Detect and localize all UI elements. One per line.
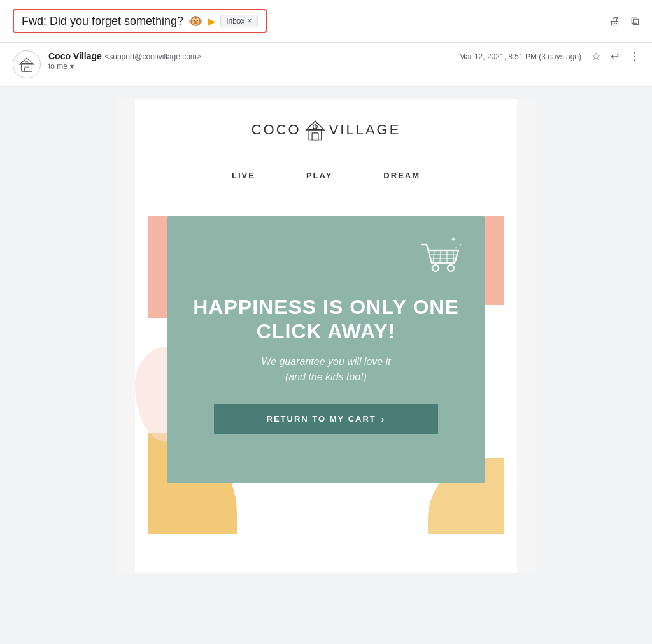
- cart-wrapper: ✦ ✦ ✦: [415, 235, 466, 282]
- subject-area: Fwd: Did you forget something? 🐵 ▶ Inbox…: [13, 9, 267, 33]
- subject-text: Fwd: Did you forget something?: [22, 15, 183, 28]
- shopping-cart-icon: ✦ ✦ ✦: [415, 235, 466, 280]
- hero-section: ✦ ✦ ✦: [135, 190, 517, 547]
- sender-name: Coco Village: [48, 51, 102, 61]
- logo-area: COCO VILLAGE: [135, 99, 517, 164]
- cta-chevron-icon: ›: [381, 414, 386, 424]
- svg-line-12: [433, 250, 434, 263]
- cta-label: RETURN TO MY CART: [267, 414, 376, 424]
- svg-line-13: [440, 250, 441, 263]
- nav-area: LIVE PLAY DREAM: [135, 164, 517, 190]
- email-meta: Coco Village <support@cocovillage.com> t…: [0, 43, 652, 87]
- email-content: COCO VILLAGE LIVE PLAY DREAM: [116, 99, 536, 573]
- svg-text:✦: ✦: [455, 246, 457, 250]
- cart-icon-area: ✦ ✦ ✦: [415, 235, 466, 282]
- sender-display: Coco Village <support@cocovillage.com>: [48, 50, 201, 62]
- star-icon[interactable]: ☆: [592, 50, 600, 62]
- nav-item-play[interactable]: PLAY: [306, 171, 332, 180]
- subject-box: Fwd: Did you forget something? 🐵 ▶ Inbox…: [13, 9, 267, 33]
- email-footer: [135, 547, 517, 573]
- sender-avatar: [13, 50, 41, 78]
- hero-background: ✦ ✦ ✦: [148, 216, 504, 534]
- inbox-close[interactable]: ×: [248, 17, 252, 25]
- green-card: ✦ ✦ ✦: [167, 216, 485, 483]
- recipient-label[interactable]: to me ▾: [48, 62, 201, 71]
- sender-email: <support@cocovillage.com>: [104, 52, 201, 61]
- svg-text:✦: ✦: [458, 243, 462, 247]
- inbox-label: Inbox: [226, 17, 244, 25]
- hero-title: HAPPINESS IS ONLY ONE CLICK AWAY!: [186, 295, 466, 344]
- svg-rect-2: [25, 67, 29, 71]
- open-new-tab-icon[interactable]: ⧉: [631, 15, 639, 28]
- svg-rect-6: [312, 133, 318, 140]
- svg-point-18: [432, 265, 439, 271]
- gmail-header: Fwd: Did you forget something? 🐵 ▶ Inbox…: [0, 0, 652, 43]
- more-options-icon[interactable]: ⋮: [629, 50, 639, 62]
- inbox-badge[interactable]: Inbox ×: [220, 15, 257, 27]
- monkey-emoji: 🐵: [188, 14, 202, 28]
- sender-info: Coco Village <support@cocovillage.com> t…: [48, 50, 201, 71]
- arrow-icon: ▶: [208, 15, 215, 27]
- recipient-dropdown-icon[interactable]: ▾: [70, 62, 74, 71]
- logo-text-right: VILLAGE: [329, 122, 401, 138]
- print-icon[interactable]: 🖨: [609, 15, 621, 28]
- email-date: Mar 12, 2021, 8:51 PM (3 days ago): [459, 52, 581, 61]
- svg-point-19: [448, 265, 454, 271]
- nav-item-dream[interactable]: DREAM: [383, 171, 420, 180]
- email-body: COCO VILLAGE LIVE PLAY DREAM: [0, 87, 652, 585]
- svg-rect-5: [309, 129, 322, 140]
- meta-right: Mar 12, 2021, 8:51 PM (3 days ago) ☆ ↩ ⋮: [459, 50, 639, 62]
- svg-text:✦: ✦: [451, 236, 456, 243]
- email-inner: COCO VILLAGE LIVE PLAY DREAM: [135, 99, 517, 573]
- nav-item-live[interactable]: LIVE: [232, 171, 255, 180]
- hero-subtitle: We guarantee you will love it(and the ki…: [261, 354, 390, 385]
- sender-area: Coco Village <support@cocovillage.com> t…: [13, 50, 201, 78]
- logo-wrapper: COCO VILLAGE: [252, 118, 401, 141]
- header-actions: 🖨 ⧉: [609, 15, 639, 28]
- logo-house-icon: [304, 118, 327, 141]
- svg-line-15: [453, 250, 454, 263]
- return-to-cart-button[interactable]: RETURN TO MY CART ›: [214, 404, 438, 434]
- reply-icon[interactable]: ↩: [611, 50, 619, 62]
- logo-text-left: COCO: [252, 122, 301, 138]
